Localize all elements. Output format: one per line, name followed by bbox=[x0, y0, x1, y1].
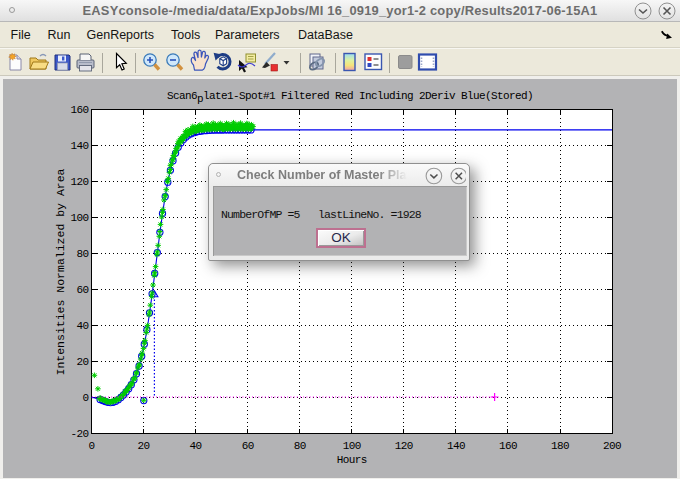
svg-text:140: 140 bbox=[70, 140, 88, 152]
svg-text:80: 80 bbox=[76, 248, 88, 260]
svg-text:20: 20 bbox=[138, 440, 150, 452]
svg-text:160: 160 bbox=[499, 440, 517, 452]
svg-text:100: 100 bbox=[70, 212, 88, 224]
svg-text:Hours: Hours bbox=[337, 454, 367, 466]
svg-text:100: 100 bbox=[343, 440, 361, 452]
svg-text:60: 60 bbox=[76, 284, 88, 296]
svg-text:160: 160 bbox=[70, 104, 88, 116]
svg-text:180: 180 bbox=[551, 440, 569, 452]
svg-text:20: 20 bbox=[76, 356, 88, 368]
svg-text:Scan6plate1-Spot#1 Filtered Re: Scan6plate1-Spot#1 Filtered Red Includin… bbox=[167, 90, 533, 106]
svg-text:80: 80 bbox=[294, 440, 306, 452]
svg-text:0: 0 bbox=[82, 392, 88, 404]
svg-text:140: 140 bbox=[447, 440, 465, 452]
svg-text:200: 200 bbox=[603, 440, 621, 452]
svg-text:-20: -20 bbox=[70, 428, 88, 440]
svg-text:60: 60 bbox=[242, 440, 254, 452]
svg-text:120: 120 bbox=[70, 176, 88, 188]
svg-text:40: 40 bbox=[76, 320, 88, 332]
svg-text:40: 40 bbox=[190, 440, 202, 452]
svg-text:120: 120 bbox=[395, 440, 413, 452]
svg-text:Intensities Normalized by Area: Intensities Normalized by Area bbox=[54, 168, 67, 375]
svg-text:0: 0 bbox=[88, 440, 94, 452]
